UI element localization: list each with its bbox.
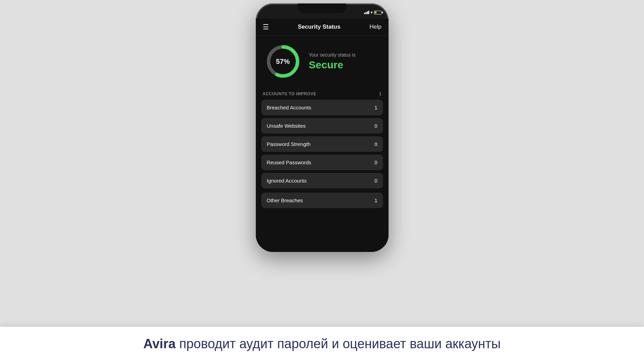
section-label: ACCOUNTS TO IMPROVE: [263, 91, 316, 96]
other-breaches-item[interactable]: Other Breaches 1: [261, 193, 383, 208]
help-button[interactable]: Help: [370, 23, 382, 30]
section-count: 1: [379, 91, 382, 96]
password-strength-item[interactable]: Password Strength 0: [261, 136, 383, 152]
phone-notch: [298, 3, 346, 13]
bottom-banner-text: Avira проводит аудит паролей и оценивает…: [143, 336, 501, 351]
breached-accounts-label: Breached Accounts: [267, 105, 311, 110]
wifi-icon: ▾: [371, 10, 373, 15]
reused-passwords-item[interactable]: Reused Passwords 0: [261, 155, 383, 170]
battery-fill: [375, 11, 376, 13]
page-wrapper: ▾ ☰ Security Status Help: [0, 0, 644, 361]
accounts-list: Breached Accounts 1 Unsafe Websites 0 Pa…: [261, 100, 383, 188]
signal-bar-1: [364, 13, 365, 14]
password-strength-label: Password Strength: [267, 141, 311, 147]
security-text: Your security status is Secure: [309, 52, 356, 71]
ignored-accounts-count: 0: [374, 178, 377, 184]
other-breaches-section: Other Breaches 1: [261, 193, 383, 208]
ignored-accounts-item[interactable]: Ignored Accounts 0: [261, 173, 383, 188]
status-bar-right: ▾: [364, 10, 382, 15]
nav-bar: ☰ Security Status Help: [256, 19, 389, 36]
reused-passwords-count: 0: [374, 159, 377, 165]
other-breaches-label: Other Breaches: [267, 197, 303, 203]
unsafe-websites-item[interactable]: Unsafe Websites 0: [261, 118, 383, 134]
breached-accounts-count: 1: [374, 105, 377, 110]
security-status-value: Secure: [309, 59, 356, 71]
battery-icon: [374, 11, 382, 14]
unsafe-websites-count: 0: [374, 123, 377, 129]
signal-bar-4: [368, 11, 369, 14]
donut-chart: 57%: [264, 42, 302, 80]
app-screen: ☰ Security Status Help: [256, 19, 389, 252]
accounts-to-improve-header: ACCOUNTS TO IMPROVE 1: [261, 90, 383, 100]
brand-name: Avira: [143, 336, 176, 351]
menu-icon[interactable]: ☰: [263, 23, 269, 31]
banner-body-text: проводит аудит паролей и оценивает ваши …: [175, 336, 501, 351]
ignored-accounts-label: Ignored Accounts: [267, 178, 307, 184]
breached-accounts-item[interactable]: Breached Accounts 1: [261, 100, 383, 115]
security-status-label: Your security status is: [309, 52, 356, 58]
phone-frame: ▾ ☰ Security Status Help: [256, 3, 389, 252]
password-strength-count: 0: [374, 141, 377, 147]
reused-passwords-label: Reused Passwords: [267, 159, 311, 165]
unsafe-websites-label: Unsafe Websites: [267, 123, 306, 129]
security-gauge-section: 57% Your security status is Secure: [261, 42, 383, 80]
signal-icon: [364, 11, 369, 14]
content-area: 57% Your security status is Secure ACCOU…: [256, 36, 389, 218]
donut-percentage: 57%: [276, 58, 290, 66]
other-breaches-count: 1: [374, 197, 377, 203]
nav-title: Security Status: [298, 23, 341, 30]
signal-bar-3: [367, 11, 368, 14]
signal-bar-2: [365, 12, 366, 14]
bottom-banner: Avira проводит аудит паролей и оценивает…: [0, 327, 644, 361]
